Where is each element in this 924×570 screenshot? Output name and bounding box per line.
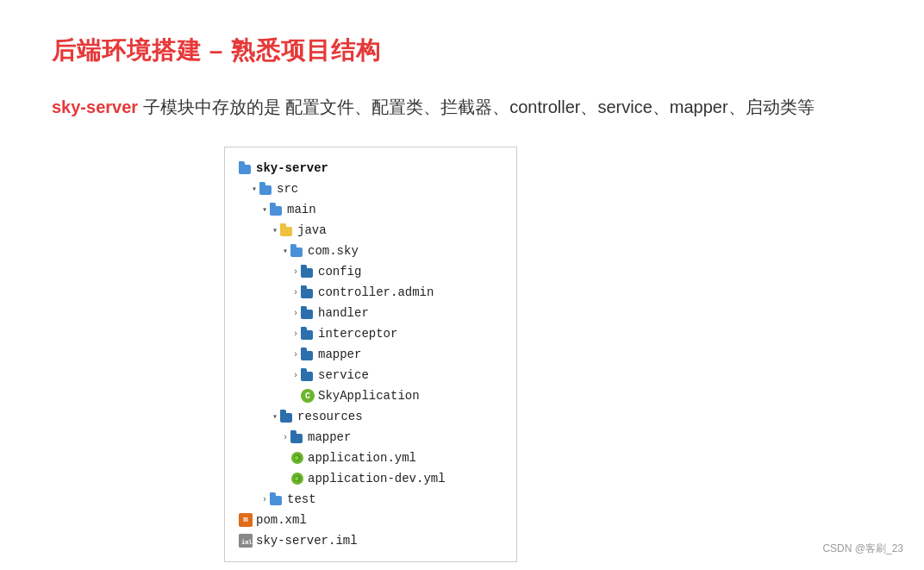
chevron-down-icon: ▾ (259, 204, 270, 215)
chevron-right-icon: › (290, 267, 301, 277)
chevron-right-icon: › (290, 309, 301, 318)
tree-row: C SkyApplication (239, 385, 503, 406)
slide: 后端环境搭建 – 熟悉项目结构 sky-server 子模块中存放的是 配置文件… (0, 0, 924, 570)
chevron-down-icon: ▾ (249, 184, 259, 194)
watermark: CSDN @客刷_23 (822, 542, 903, 556)
tree-label: resources (297, 410, 363, 423)
tree-label: main (287, 203, 316, 216)
tree-label: handler (318, 306, 369, 320)
tree-label: config (318, 265, 361, 279)
subtitle-text: 子模块中存放的是 配置文件、配置类、拦截器、controller、service… (138, 97, 815, 116)
chevron-down-icon: ▾ (270, 225, 280, 235)
folder-icon (290, 431, 304, 443)
tree-label: mapper (318, 348, 361, 361)
folder-icon (239, 162, 253, 174)
tree-row: › config (239, 261, 503, 282)
chevron-right-icon: › (290, 329, 301, 339)
tree-label: com.sky (308, 244, 359, 258)
folder-icon (259, 183, 273, 195)
tree-label: sky-server.iml (256, 534, 358, 548)
chevron-right-icon: › (280, 433, 290, 442)
chevron-down-icon: ▾ (280, 246, 290, 256)
folder-icon (301, 348, 315, 360)
yaml-icon (290, 451, 304, 465)
tree-row: ▾ resources (239, 406, 503, 427)
chevron-right-icon: › (290, 350, 301, 360)
tree-label-service: service (318, 368, 369, 382)
tree-row: iml sky-server.iml (239, 530, 503, 551)
folder-icon (280, 224, 294, 236)
folder-icon (301, 307, 315, 319)
tree-row: ▾ java (239, 220, 503, 241)
folder-icon (301, 328, 315, 340)
chevron-right-icon: › (290, 288, 301, 298)
tree-row: › mapper (239, 344, 503, 365)
tree-row: › handler (239, 303, 503, 323)
file-tree: sky-server ▾ src ▾ main ▾ java ▾ com (224, 147, 517, 562)
folder-icon (280, 410, 294, 423)
subtitle-highlight: sky-server (52, 97, 138, 116)
tree-label: src (277, 182, 298, 196)
tree-label: application-dev.yml (308, 472, 446, 485)
chevron-down-icon: ▾ (270, 411, 280, 422)
chevron-right-icon: › (259, 495, 270, 504)
folder-icon (290, 245, 304, 257)
tree-row: ▾ src (239, 179, 503, 199)
tree-row: application.yml (239, 448, 503, 468)
tree-row: sky-server (239, 158, 503, 179)
folder-icon (270, 493, 284, 505)
tree-label: application.yml (308, 451, 416, 465)
tree-row: application-dev.yml (239, 468, 503, 489)
tree-row: ▾ main (239, 199, 503, 220)
tree-row: m pom.xml (239, 510, 503, 530)
tree-label: pom.xml (256, 513, 307, 527)
tree-label: controller.admin (318, 285, 434, 299)
tree-row: › test (239, 489, 503, 510)
spring-icon: C (301, 389, 315, 403)
chevron-right-icon: › (290, 371, 301, 380)
folder-icon (301, 286, 315, 298)
folder-icon (301, 369, 315, 381)
slide-subtitle: sky-server 子模块中存放的是 配置文件、配置类、拦截器、control… (52, 93, 872, 121)
tree-row: › controller.admin (239, 282, 503, 303)
svg-text:iml: iml (241, 539, 253, 546)
iml-icon: iml (239, 534, 253, 548)
slide-title: 后端环境搭建 – 熟悉项目结构 (52, 34, 872, 67)
tree-row: › mapper (239, 427, 503, 448)
tree-row: › interceptor (239, 323, 503, 344)
maven-icon: m (239, 513, 253, 527)
tree-label: SkyApplication (318, 389, 420, 403)
tree-row-service: › service (239, 365, 503, 385)
tree-label: java (297, 223, 327, 237)
tree-label: interceptor (318, 327, 397, 341)
folder-icon (301, 266, 315, 278)
tree-row: ▾ com.sky (239, 241, 503, 261)
yaml-icon (290, 472, 304, 485)
folder-icon (270, 204, 284, 216)
tree-label: test (287, 492, 316, 506)
tree-label: sky-server (256, 161, 328, 175)
tree-label: mapper (308, 430, 351, 444)
